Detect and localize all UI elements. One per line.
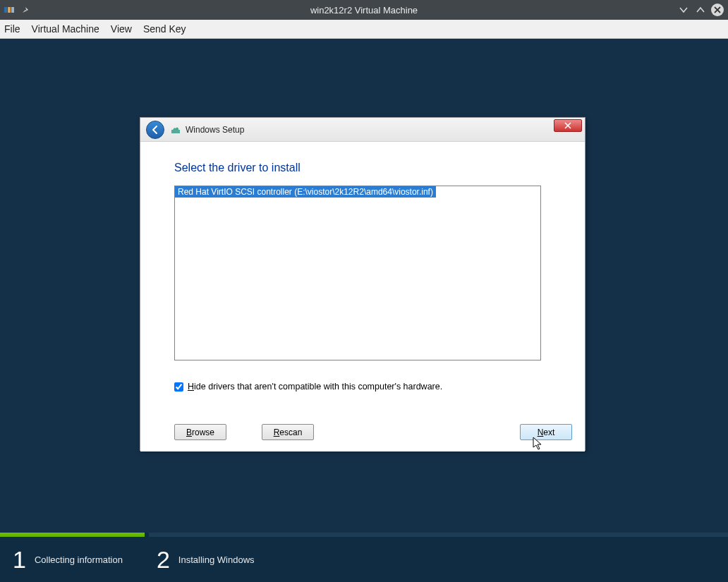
host-window-titlebar: win2k12r2 Virtual Machine bbox=[0, 0, 728, 20]
menu-view[interactable]: View bbox=[111, 23, 132, 35]
dialog-title: Windows Setup bbox=[186, 125, 244, 135]
next-button[interactable]: Next bbox=[520, 424, 572, 440]
menu-send-key[interactable]: Send Key bbox=[143, 23, 186, 35]
dialog-titlebar[interactable]: Windows Setup bbox=[140, 118, 585, 142]
svg-rect-0 bbox=[4, 7, 7, 13]
guest-display[interactable]: Windows Setup Select the driver to insta… bbox=[0, 39, 728, 582]
hide-incompatible-label: Hide drivers that aren't compatible with… bbox=[188, 382, 442, 392]
host-close-button[interactable] bbox=[711, 4, 724, 16]
host-window-title: win2k12r2 Virtual Machine bbox=[0, 5, 728, 16]
host-maximize-button[interactable] bbox=[694, 4, 707, 16]
progress-strip bbox=[0, 533, 728, 537]
rescan-button[interactable]: Rescan bbox=[262, 424, 314, 440]
hide-incompatible-checkbox[interactable]: Hide drivers that aren't compatible with… bbox=[174, 382, 551, 392]
dialog-heading: Select the driver to install bbox=[174, 162, 551, 174]
svg-rect-3 bbox=[171, 130, 180, 133]
mouse-cursor-icon bbox=[533, 437, 542, 451]
step1-label: Collecting information bbox=[35, 554, 123, 565]
dialog-body: Select the driver to install Red Hat Vir… bbox=[140, 142, 585, 451]
back-button[interactable] bbox=[146, 121, 164, 139]
host-minimize-button[interactable] bbox=[677, 4, 690, 16]
step1-number: 1 bbox=[13, 546, 26, 574]
menu-file[interactable]: File bbox=[4, 23, 20, 35]
progress-step1-fill bbox=[0, 533, 145, 537]
install-progress-bar: 1 Collecting information 2 Installing Wi… bbox=[0, 533, 728, 582]
svg-rect-2 bbox=[11, 7, 14, 13]
dialog-close-button[interactable] bbox=[554, 119, 582, 132]
virt-manager-icon bbox=[4, 6, 16, 14]
host-menubar: File Virtual Machine View Send Key bbox=[0, 20, 728, 39]
browse-button[interactable]: Browse bbox=[174, 424, 226, 440]
driver-listbox[interactable]: Red Hat VirtIO SCSI controller (E:\viost… bbox=[174, 186, 541, 360]
windows-setup-dialog: Windows Setup Select the driver to insta… bbox=[140, 117, 586, 451]
windows-setup-icon bbox=[170, 124, 181, 135]
pin-icon[interactable] bbox=[21, 6, 30, 14]
driver-list-item[interactable]: Red Hat VirtIO SCSI controller (E:\viost… bbox=[175, 186, 436, 198]
step2-label: Installing Windows bbox=[178, 554, 255, 565]
hide-incompatible-checkbox-input[interactable] bbox=[174, 382, 183, 392]
step2-number: 2 bbox=[157, 546, 170, 574]
svg-rect-1 bbox=[8, 7, 11, 13]
menu-virtual-machine[interactable]: Virtual Machine bbox=[32, 23, 99, 35]
progress-step2-track bbox=[149, 533, 728, 537]
